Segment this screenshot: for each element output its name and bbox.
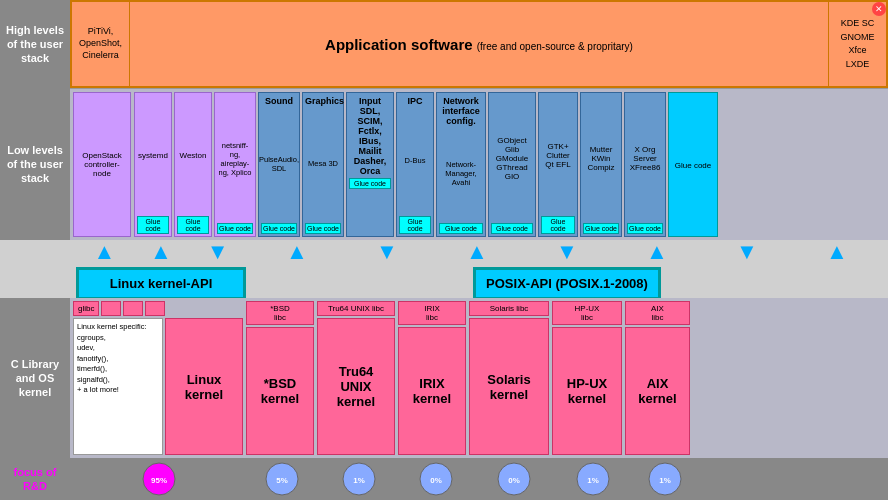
high-levels-label: High levels of the user stack <box>4 23 66 66</box>
glibc-item: glibc <box>73 301 99 316</box>
focus-content: 95% 5% 1% <box>70 458 888 500</box>
row-high-levels: High levels of the user stack PiTiVi, Op… <box>0 0 888 88</box>
glue-input: Glue code <box>349 178 391 189</box>
glibc-row: glibc <box>73 301 243 316</box>
row-api: ▲ ▲ ▼ Linux kernel-API ▲ ▼ ▲ ▼ ▲ ▼ ▲ <box>0 240 888 298</box>
svg-text:1%: 1% <box>659 476 671 485</box>
irix-pie-wrap: 0% <box>402 461 470 497</box>
top-content: PiTiVi, OpenShot, Cinelerra Application … <box>70 0 888 88</box>
api-content: ▲ ▲ ▼ Linux kernel-API ▲ ▼ ▲ ▼ ▲ ▼ ▲ <box>70 235 888 304</box>
aix-block: AIX libc AIX kernel <box>625 301 690 455</box>
hpux-kernel: HP-UX kernel <box>552 327 622 455</box>
glue-weston: Glue code <box>177 216 209 234</box>
bsd-pie-chart: 5% <box>264 461 300 497</box>
graphics-sub: Mesa 3D <box>305 106 341 221</box>
linux-detail-row: Linux kernel specific: cgroups, udev, fa… <box>73 318 243 455</box>
col-weston: Weston Glue code <box>174 92 212 237</box>
row-focus: focus of R&D 95% 5% <box>0 458 888 500</box>
svg-text:5%: 5% <box>276 476 288 485</box>
hpux-block: HP-UX libc HP-UX kernel <box>552 301 622 455</box>
linux-specific-box: Linux kernel specific: cgroups, udev, fa… <box>73 318 163 455</box>
linux-kernel-label: Linux kernel <box>185 372 223 402</box>
arrow-p-2: ▲ <box>466 239 488 265</box>
hpux-pie-chart: 1% <box>575 461 611 497</box>
col-xorg: X Org Server XFree86 Glue code <box>624 92 666 237</box>
gtk-text: GTK+ Clutter Qt EFL <box>541 96 575 214</box>
systemd-text: systemd <box>137 96 169 214</box>
linux-pie-wrap: 95% <box>74 461 244 497</box>
focus-label: focus of R&D <box>4 465 66 494</box>
linux-pie-chart: 95% <box>141 461 177 497</box>
svg-text:1%: 1% <box>587 476 599 485</box>
col-graphics: Graphics Mesa 3D Glue code <box>302 92 344 237</box>
mutter-text: Mutter KWin Compiz <box>583 96 619 221</box>
linux-api-label: Linux kernel-API <box>110 276 213 291</box>
irix-block: IRIX libc IRIX kernel <box>398 301 466 455</box>
linux-api-box: Linux kernel-API <box>76 267 246 300</box>
arrow-p-down-3: ▼ <box>736 239 758 265</box>
col-mutter: Mutter KWin Compiz Glue code <box>580 92 622 237</box>
cols-area: systemd Glue code Weston Glue code netsn… <box>134 89 888 240</box>
close-button[interactable]: ✕ <box>872 2 886 16</box>
linux-section: glibc Linux kernel specific: cgroups, ud… <box>73 301 243 455</box>
ipc-sub: D-Bus <box>399 106 431 214</box>
sidebar-clib: C Library and OS kernel <box>0 298 70 458</box>
col-ipc: IPC D-Bus Glue code <box>396 92 434 237</box>
glue-right-text: Glue code <box>675 161 711 170</box>
netsniff-text: netsniff-ng, aireplay-ng, Xplico <box>217 96 253 221</box>
glue-mutter: Glue code <box>583 223 619 234</box>
glibc-extra-3 <box>145 301 165 316</box>
row-low-levels: Low levels of the user stack OpenStack c… <box>0 88 888 240</box>
glue-xorg: Glue code <box>627 223 663 234</box>
pitivi-block: PiTiVi, OpenShot, Cinelerra <box>72 2 130 86</box>
linux-api-group: ▲ ▲ ▼ Linux kernel-API <box>76 239 246 300</box>
tru64-libc: Tru64 UNIX libc <box>317 301 395 316</box>
glibc-extra-2 <box>123 301 143 316</box>
tru64-kernel: Tru64 UNIX kernel <box>317 318 395 455</box>
arrow-up-1: ▲ <box>93 239 115 265</box>
solaris-pie-wrap: 0% <box>474 461 554 497</box>
irix-libc: IRIX libc <box>398 301 466 325</box>
linux-focus-spacer: 95% <box>74 461 244 497</box>
tru64-pie-chart: 1% <box>341 461 377 497</box>
app-title: Application software <box>325 36 473 53</box>
kde-label: KDE SC GNOME Xfce LXDE <box>840 17 874 71</box>
svg-text:0%: 0% <box>430 476 442 485</box>
col-input: Input SDL, SCIM, Fctlx, IBus, Mailit Das… <box>346 92 394 237</box>
glue-netsniff: Glue code <box>217 223 253 234</box>
bsd-kernel: *BSD kernel <box>246 327 314 455</box>
svg-text:95%: 95% <box>151 476 167 485</box>
glibc-extra-1 <box>101 301 121 316</box>
sound-sub: PulseAudio, SDL <box>261 106 297 221</box>
arrow-p-1: ▲ <box>286 239 308 265</box>
bsd-libc: *BSD libc <box>246 301 314 325</box>
arrow-p-3: ▲ <box>646 239 668 265</box>
col-glue-right: Glue code <box>668 92 718 237</box>
tru64-pie-wrap: 1% <box>320 461 398 497</box>
svg-text:1%: 1% <box>353 476 365 485</box>
clib-content: glibc Linux kernel specific: cgroups, ud… <box>70 298 888 458</box>
col-network: Network interface config. Network-Manage… <box>436 92 486 237</box>
hpux-pie-wrap: 1% <box>558 461 628 497</box>
sidebar-high-levels: High levels of the user stack <box>0 0 70 88</box>
bsd-block: *BSD libc *BSD kernel <box>246 301 314 455</box>
network-sub: Network-Manager, Avahi <box>439 126 483 221</box>
solaris-pie-chart: 0% <box>496 461 532 497</box>
hpux-libc: HP-UX libc <box>552 301 622 325</box>
sidebar-api <box>0 265 70 273</box>
linux-specific-text: Linux kernel specific: cgroups, udev, fa… <box>77 322 147 394</box>
arrows-posix: ▲ ▼ ▲ ▼ ▲ ▼ ▲ <box>252 239 882 265</box>
arrows-up-linux: ▲ ▲ ▼ <box>76 239 246 265</box>
openstack-label: OpenStack controller-node <box>77 151 127 178</box>
glue-ipc: Glue code <box>399 216 431 234</box>
pitivi-label: PiTiVi, OpenShot, Cinelerra <box>75 26 126 61</box>
col-netsniff: netsniff-ng, aireplay-ng, Xplico Glue co… <box>214 92 256 237</box>
aix-kernel: AIX kernel <box>625 327 690 455</box>
arrow-p-down-2: ▼ <box>556 239 578 265</box>
solaris-libc: Solaris libc <box>469 301 549 316</box>
arrow-up-2: ▲ <box>150 239 172 265</box>
arrow-p-down-1: ▼ <box>376 239 398 265</box>
tru64-block: Tru64 UNIX libc Tru64 UNIX kernel <box>317 301 395 455</box>
solaris-block: Solaris libc Solaris kernel <box>469 301 549 455</box>
aix-pie-chart: 1% <box>647 461 683 497</box>
